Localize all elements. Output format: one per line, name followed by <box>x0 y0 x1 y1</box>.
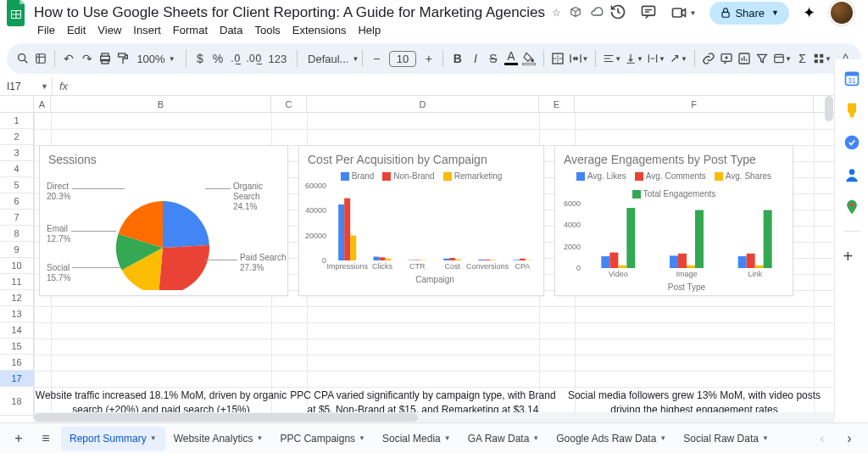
row-header-2[interactable]: 2 <box>0 129 34 145</box>
add-sheet-button[interactable]: + <box>7 427 31 450</box>
select-all-corner[interactable] <box>0 96 34 112</box>
menu-format[interactable]: Format <box>173 24 208 36</box>
halign-icon[interactable]: ▼ <box>603 48 621 69</box>
col-header-E[interactable]: E <box>539 96 575 112</box>
all-sheets-button[interactable]: ≡ <box>34 427 58 450</box>
row-header-14[interactable]: 14 <box>0 322 34 338</box>
chart-sessions[interactable]: SessionsOrganic Search24.1%Paid Search27… <box>39 145 288 296</box>
row-header-19[interactable]: 19 <box>0 416 34 418</box>
strike-icon[interactable]: S <box>486 48 500 69</box>
functions-icon[interactable]: Σ <box>795 48 810 69</box>
doc-title[interactable]: How to Use Google Sheets for Client Repo… <box>34 4 545 21</box>
undo-icon[interactable]: ↶ <box>62 48 76 69</box>
keep-icon[interactable] <box>843 102 860 119</box>
name-box-dropdown-icon[interactable]: ▼ <box>37 82 52 91</box>
valign-icon[interactable]: ▼ <box>625 48 643 69</box>
row-header-6[interactable]: 6 <box>0 193 34 210</box>
font-size-input[interactable]: 10 <box>389 51 416 67</box>
sheet-tab-report-summary[interactable]: Report Summary▼ <box>61 427 165 450</box>
menu-extensions[interactable]: Extensions <box>292 24 347 36</box>
col-header-F[interactable]: F <box>575 96 814 112</box>
gemini-icon[interactable]: ✦ <box>803 3 815 22</box>
sheet-tab-website-analytics[interactable]: Website Analytics▼ <box>165 427 272 450</box>
menu-help[interactable]: Help <box>358 24 381 36</box>
row-header-8[interactable]: 8 <box>0 226 34 242</box>
increase-font-icon[interactable]: + <box>421 48 436 69</box>
maps-icon[interactable] <box>843 199 860 215</box>
fill-color-icon[interactable] <box>522 48 537 69</box>
row-header-9[interactable]: 9 <box>0 242 34 258</box>
get-addons-icon[interactable]: + <box>843 247 860 264</box>
row-header-3[interactable]: 3 <box>0 145 34 161</box>
text-color-icon[interactable]: A <box>504 48 518 69</box>
row-header-1[interactable]: 1 <box>0 113 34 129</box>
sheet-tab-ppc-campaigns[interactable]: PPC Campaigns▼ <box>271 427 374 450</box>
row-header-15[interactable]: 15 <box>0 338 34 355</box>
menu-insert[interactable]: Insert <box>133 24 161 36</box>
zoom-select[interactable]: 100%▼ <box>133 53 178 65</box>
insert-chart-icon[interactable] <box>737 48 752 69</box>
scroll-tabs-left-icon[interactable]: ‹ <box>810 427 834 450</box>
contacts-icon[interactable] <box>843 166 860 183</box>
col-header-C[interactable]: C <box>271 96 307 112</box>
menu-file[interactable]: File <box>37 24 55 36</box>
row-header-10[interactable]: 10 <box>0 258 34 274</box>
row-header-7[interactable]: 7 <box>0 210 34 226</box>
print-icon[interactable] <box>97 48 112 69</box>
row-header-18[interactable]: 18 <box>0 387 34 416</box>
menu-edit[interactable]: Edit <box>67 24 86 36</box>
cloud-icon[interactable] <box>590 5 604 21</box>
menu-tools[interactable]: Tools <box>254 24 280 36</box>
number-format-icon[interactable]: 123 <box>265 53 291 65</box>
row-header-12[interactable]: 12 <box>0 290 34 306</box>
link-icon[interactable] <box>702 48 716 69</box>
vertical-scrollbar[interactable] <box>824 96 834 418</box>
borders-icon[interactable] <box>550 48 565 69</box>
rotate-icon[interactable]: ▼ <box>669 48 687 69</box>
star-icon[interactable]: ☆ <box>552 7 561 19</box>
history-icon[interactable] <box>609 3 626 23</box>
font-family-select[interactable]: Defaul...▼ <box>304 53 355 65</box>
sheet-tab-google-ads-raw-data[interactable]: Google Ads Raw Data▼ <box>548 427 675 450</box>
account-avatar[interactable] <box>829 0 854 25</box>
percent-icon[interactable]: % <box>210 48 225 69</box>
sheet-tab-ga-raw-data[interactable]: GA Raw Data▼ <box>459 427 548 450</box>
currency-icon[interactable]: $ <box>192 48 207 69</box>
col-header-B[interactable]: B <box>51 96 271 112</box>
filter-views-icon[interactable]: ▼ <box>773 48 792 69</box>
sheets-logo[interactable] <box>7 0 27 26</box>
row-header-11[interactable]: 11 <box>0 274 34 290</box>
decrease-decimal-icon[interactable]: .0̲ <box>228 48 242 69</box>
scroll-tabs-right-icon[interactable]: › <box>837 427 861 450</box>
row-header-17[interactable]: 17 <box>0 371 34 387</box>
addons-icon[interactable]: ▼ <box>813 48 832 69</box>
italic-icon[interactable]: I <box>468 48 482 69</box>
share-button[interactable]: Share ▼ <box>709 2 789 25</box>
menu-data[interactable]: Data <box>220 24 242 36</box>
move-icon[interactable] <box>570 6 581 20</box>
bold-icon[interactable]: B <box>450 48 465 69</box>
redo-icon[interactable]: ↷ <box>80 48 94 69</box>
col-header-A[interactable]: A <box>34 96 51 112</box>
row-header-16[interactable]: 16 <box>0 355 34 371</box>
row-header-4[interactable]: 4 <box>0 161 34 177</box>
comment-icon[interactable] <box>640 3 657 23</box>
wrap-icon[interactable]: ▼ <box>647 48 665 69</box>
decrease-font-icon[interactable]: − <box>370 48 384 69</box>
meet-icon[interactable]: ▼ <box>670 4 696 21</box>
search-menu-icon[interactable] <box>15 48 30 69</box>
increase-decimal-icon[interactable]: .00̲ <box>247 48 262 69</box>
calendar-icon[interactable]: 31 <box>843 70 860 87</box>
row-header-13[interactable]: 13 <box>0 306 34 322</box>
sheets-menu-icon[interactable] <box>33 48 47 69</box>
sheet-tab-social-media[interactable]: Social Media▼ <box>374 427 459 450</box>
filter-icon[interactable] <box>755 48 770 69</box>
tasks-icon[interactable] <box>843 134 860 151</box>
grid-area[interactable]: ABCDEFG 12345678910111213141516171819202… <box>0 96 868 418</box>
name-box[interactable]: I17 <box>0 81 37 92</box>
menu-view[interactable]: View <box>97 24 121 36</box>
chart-cpa[interactable]: Cost Per Acquisition by CampaignBrandNon… <box>298 145 544 296</box>
col-header-D[interactable]: D <box>307 96 539 112</box>
insert-comment-icon[interactable] <box>720 48 734 69</box>
horizontal-scrollbar[interactable] <box>34 412 834 422</box>
